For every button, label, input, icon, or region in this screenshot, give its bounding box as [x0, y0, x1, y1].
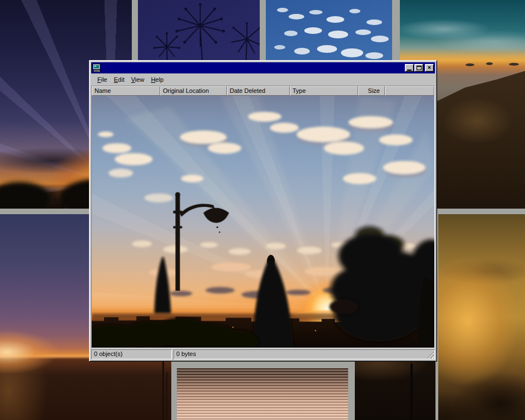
- column-header-date-deleted[interactable]: Date Deleted: [227, 86, 290, 96]
- close-button[interactable]: ×: [425, 64, 434, 72]
- menu-edit[interactable]: Edit: [111, 75, 128, 84]
- column-header-original-location[interactable]: Original Location: [160, 86, 227, 96]
- desktop: × File Edit View Help Name Original Loca…: [0, 0, 525, 420]
- column-header-type[interactable]: Type: [290, 86, 358, 96]
- island-silhouette: [486, 62, 493, 65]
- cypress-tree-left: [154, 257, 171, 313]
- menu-bar: File Edit View Help: [91, 73, 435, 86]
- maximize-icon: [417, 66, 422, 70]
- column-header-size[interactable]: Size: [358, 86, 385, 96]
- island-silhouette: [509, 63, 519, 66]
- minimize-icon: [407, 70, 412, 71]
- titlebar[interactable]: ×: [91, 62, 435, 73]
- island-silhouette: [465, 63, 474, 66]
- tree-silhouette: [0, 182, 50, 209]
- column-header-row: Name Original Location Date Deleted Type…: [92, 86, 434, 96]
- maximize-button[interactable]: [414, 64, 423, 72]
- status-bytes-text: 0 bytes: [176, 350, 196, 357]
- pole-silhouette: [166, 372, 167, 420]
- status-objects: 0 object(s): [91, 349, 172, 359]
- resize-grip-icon[interactable]: [427, 352, 434, 358]
- column-header-filler: [385, 86, 434, 96]
- wallpaper-photo-pink-reflection: [177, 368, 348, 420]
- menu-file[interactable]: File: [94, 75, 111, 84]
- file-list-area[interactable]: Name Original Location Date Deleted Type…: [91, 86, 435, 348]
- file-list-window: × File Edit View Help Name Original Loca…: [89, 60, 437, 362]
- minimize-button[interactable]: [405, 64, 414, 72]
- sunset-photo-art: [92, 96, 434, 348]
- menu-view[interactable]: View: [128, 75, 148, 84]
- sunset-photo-viewport[interactable]: [92, 96, 434, 348]
- pole-silhouette: [410, 363, 413, 420]
- computer-icon: [92, 63, 101, 72]
- menu-help[interactable]: Help: [147, 75, 167, 84]
- column-header-name[interactable]: Name: [92, 86, 160, 96]
- status-bar: 0 object(s) 0 bytes: [91, 349, 435, 359]
- status-bytes: 0 bytes: [174, 349, 435, 359]
- pole-silhouette: [162, 358, 164, 420]
- wallpaper-photo-golden-bokeh: [438, 214, 525, 420]
